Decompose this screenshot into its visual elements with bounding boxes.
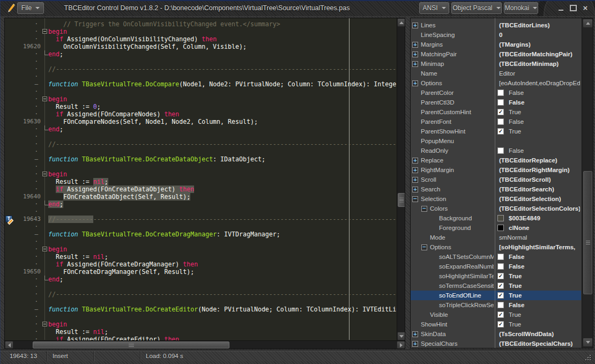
checkbox-icon[interactable]	[497, 90, 504, 96]
gutter-line[interactable]: ·	[5, 185, 48, 193]
code-line[interactable]: if Assigned(FOnCreateEditor) then	[48, 336, 397, 340]
gutter-line[interactable]: ·	[5, 110, 48, 118]
scroll-up-button[interactable]	[397, 18, 405, 27]
gutter-line[interactable]: ·	[5, 313, 48, 321]
code-line[interactable]: FOnCreateDragManager(Self, Result);	[48, 268, 397, 276]
property-row[interactable]: +MatchingPair(TBCEditorMatchingPair)	[411, 49, 581, 59]
gutter-line[interactable]: ·	[5, 170, 48, 178]
code-line[interactable]	[48, 298, 397, 306]
property-row[interactable]: soTermsCaseSensitiv✓True	[411, 281, 581, 291]
property-value[interactable]: True	[509, 281, 580, 291]
gutter-line[interactable]: ·	[5, 276, 48, 283]
property-row[interactable]: +Scroll(TBCEditorScroll)	[411, 175, 581, 184]
theme-dropdown[interactable]: Monokai	[504, 2, 538, 14]
checkbox-icon[interactable]: ✓	[497, 109, 504, 115]
code-line[interactable]	[48, 88, 397, 95]
gutter-line[interactable]: ·	[5, 35, 48, 43]
collapse-minus-icon[interactable]: −	[421, 206, 427, 212]
editor-horizontal-scrollbar[interactable]	[5, 340, 405, 349]
checkbox-icon[interactable]: ✓	[497, 128, 504, 135]
gutter-line[interactable]: ·	[5, 291, 48, 298]
gutter-line[interactable]: –	[5, 155, 48, 163]
property-value[interactable]: $003E4849	[509, 213, 580, 223]
property-value[interactable]: False	[509, 117, 580, 127]
checkbox-icon[interactable]	[497, 118, 504, 125]
code-line[interactable]	[48, 283, 397, 291]
vertical-scroll-thumb[interactable]	[398, 193, 405, 207]
scroll-down-button[interactable]	[397, 332, 405, 340]
gutter-line[interactable]: –	[5, 306, 48, 313]
file-menu-button[interactable]: File	[17, 2, 44, 14]
expand-plus-icon[interactable]: +	[412, 167, 418, 173]
code-line[interactable]: FOnCreateDataObject(Self, Result);	[48, 193, 397, 200]
property-row[interactable]: Visible✓True	[411, 310, 581, 320]
property-row[interactable]: PopupMenu	[411, 136, 581, 146]
gutter-line[interactable]: ·	[5, 238, 48, 246]
gutter-line[interactable]: ·	[5, 298, 48, 306]
code-line[interactable]: if Assigned(FOnCompareNodes) then	[48, 110, 397, 118]
property-row[interactable]: +Minimap(TBCEditorMinimap)	[411, 59, 581, 69]
gutter-line[interactable]: 19643T	[5, 216, 48, 223]
property-value[interactable]: False	[509, 300, 580, 310]
code-line[interactable]: if Assigned(FOnCreateDataObject) then	[48, 185, 397, 193]
property-value[interactable]: Editor	[499, 69, 580, 78]
property-row[interactable]: ParentShowHint✓True	[411, 127, 581, 136]
code-line[interactable]: OnColumnVisibilityChanged(Self, Column, …	[48, 43, 397, 50]
expand-plus-icon[interactable]: +	[412, 158, 418, 164]
code-line[interactable]: begin	[48, 170, 397, 178]
expand-plus-icon[interactable]: +	[412, 177, 418, 183]
property-row[interactable]: +SkinData(TsScrollWndData)	[411, 329, 581, 339]
property-value[interactable]: (TBCEditorRightMargin)	[499, 165, 580, 175]
property-row[interactable]: −Selection(TBCEditorSelection)	[411, 194, 581, 204]
gutter-line[interactable]: –	[5, 231, 48, 238]
resize-grip[interactable]	[585, 355, 592, 361]
code-line[interactable]: begin	[48, 95, 397, 103]
property-row[interactable]: +Options[eoAutoIndent,eoDragDropEdi	[411, 78, 581, 88]
code-line[interactable]	[48, 58, 397, 65]
code-line[interactable]	[48, 73, 397, 80]
fold-collapse-icon[interactable]	[42, 172, 47, 176]
editor-vertical-scrollbar[interactable]	[397, 18, 405, 340]
property-value[interactable]: True	[509, 291, 580, 300]
gutter-line[interactable]: ·	[5, 200, 48, 208]
fold-collapse-icon[interactable]	[42, 29, 47, 34]
gutter-line[interactable]: ·	[5, 336, 48, 343]
close-button[interactable]: ×	[581, 3, 590, 13]
property-value[interactable]: (TMargins)	[499, 40, 580, 49]
inspector-scrollbar[interactable]	[582, 18, 593, 348]
checkbox-icon[interactable]	[497, 263, 504, 270]
property-value[interactable]: False	[509, 98, 580, 107]
gutter-line[interactable]: ·	[5, 321, 48, 328]
property-row[interactable]: LineSpacing0	[411, 30, 581, 40]
property-row[interactable]: +Replace(TBCEditorReplace)	[411, 155, 581, 165]
property-row[interactable]: +RightMargin(TBCEditorRightMargin)	[411, 165, 581, 175]
checkbox-icon[interactable]	[497, 254, 504, 260]
checkbox-icon[interactable]	[497, 302, 504, 308]
property-value[interactable]: True	[509, 107, 580, 117]
gutter-line[interactable]: ·	[5, 73, 48, 80]
property-value[interactable]: (TBCEditorSelection)	[499, 194, 580, 204]
gutter-line[interactable]: 19650	[5, 268, 48, 276]
code-line[interactable]: //--------------------------------------…	[48, 65, 397, 73]
code-line[interactable]: begin	[48, 28, 397, 35]
property-row[interactable]: soTripleClickRowSelecFalse	[411, 300, 581, 310]
gutter-line[interactable]: ·	[5, 148, 48, 155]
property-row[interactable]: ForegroundclNone	[411, 223, 581, 233]
code-line[interactable]: end;	[48, 276, 397, 283]
code-line[interactable]: FOnCompareNodes(Self, Node1, Node2, Colu…	[48, 118, 397, 125]
code-line[interactable]: function TBaseVirtualTree.DoCreateDragMa…	[48, 231, 397, 238]
scroll-down-button[interactable]	[583, 338, 593, 347]
horizontal-scroll-thumb[interactable]	[33, 341, 229, 348]
code-line[interactable]: // Triggers the OnColumnVisibilityChange…	[48, 20, 397, 28]
property-row[interactable]: NameEditor	[411, 69, 581, 78]
property-value[interactable]: smNormal	[499, 233, 580, 242]
property-value[interactable]: True	[509, 320, 580, 329]
property-row[interactable]: ReadOnlyFalse	[411, 146, 581, 155]
code-line[interactable]: begin	[48, 321, 397, 328]
minimize-button[interactable]	[556, 3, 565, 13]
property-value[interactable]: True	[509, 127, 580, 136]
collapse-minus-icon[interactable]: −	[421, 244, 427, 250]
code-line[interactable]: Result := nil;	[48, 178, 397, 185]
property-value[interactable]: (TBCEditorSpecialChars)	[499, 339, 580, 348]
code-line[interactable]: function TBaseVirtualTree.DoCompare(Node…	[48, 80, 397, 88]
